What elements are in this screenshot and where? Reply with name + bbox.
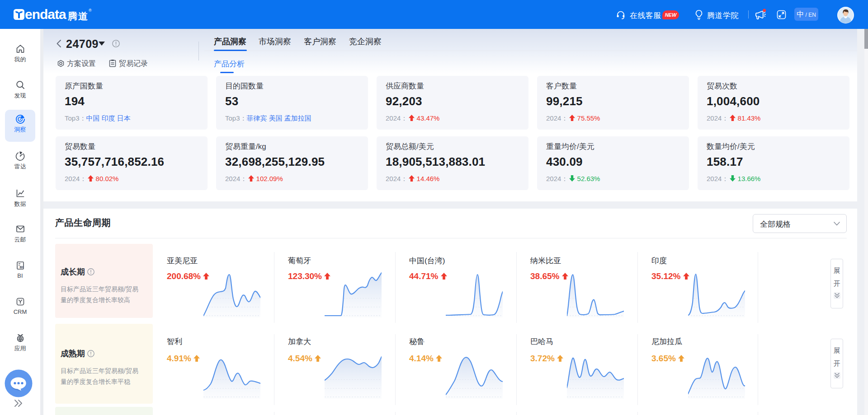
svg-text:BI: BI xyxy=(19,265,23,269)
